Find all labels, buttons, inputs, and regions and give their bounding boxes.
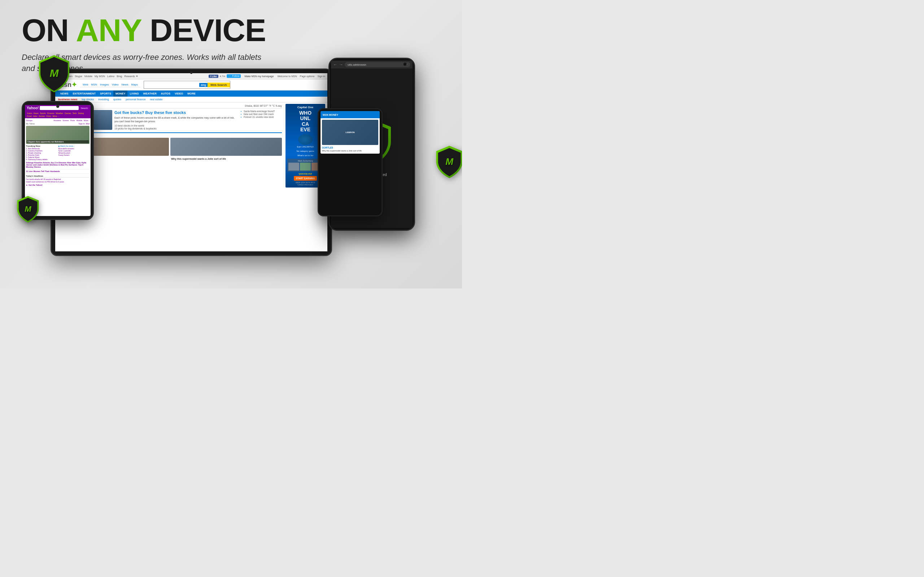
- phone-camera: [56, 105, 59, 108]
- sign-in[interactable]: Sign in: [318, 75, 325, 77]
- nav-mobile[interactable]: Mobile: [84, 75, 92, 78]
- today-headline-1[interactable]: Car bomb attacks kill 19 people in Baghd…: [26, 178, 89, 180]
- capital-one-logo: Capital One: [287, 106, 323, 109]
- yahoo-search-bar[interactable]: [40, 106, 79, 110]
- nav-tab-more[interactable]: MORE: [185, 90, 198, 97]
- bullet-item-2[interactable]: New suit filed over GM crash: [241, 113, 282, 115]
- yahoo-groups[interactable]: Groups: [26, 119, 52, 121]
- msn-nav-tabs: NEWS ENTERTAINMENT SPORTS MONEY LIVING W…: [55, 90, 327, 97]
- article-link-2[interactable]: 19 picks for big dividends & buybacks: [115, 127, 236, 130]
- bullet-item-3[interactable]: Forever 21 unveils new store: [241, 116, 282, 118]
- yahoo-sign-in[interactable]: Sign In: [79, 122, 85, 125]
- android-back-button[interactable]: ←: [333, 62, 338, 67]
- nav-rewards[interactable]: Rewards ✦: [124, 75, 138, 78]
- nav-tab-video[interactable]: VIDEO: [173, 90, 185, 97]
- sub-nav-personal-finance[interactable]: personal finance: [126, 98, 145, 101]
- sub-nav-top-stocks[interactable]: top stocks: [82, 98, 94, 101]
- nav-tab-money[interactable]: MONEY: [113, 90, 128, 97]
- trending-items: 1. New Bethesda 2. Carolina Panthers 3. …: [26, 148, 57, 161]
- yahoo-nav: Autos News Sports Finance Weather Games …: [25, 111, 90, 118]
- trending-other-4[interactable]: Casey Kasem: [58, 154, 90, 156]
- page-options[interactable]: Page options: [300, 75, 315, 77]
- yahoo-nav-sports[interactable]: Sports: [39, 112, 47, 115]
- news-headline-2[interactable]: 11 Lies Women Tell Their Husbands: [26, 170, 89, 172]
- yahoo-search-button[interactable]: Search: [80, 107, 89, 110]
- web-nav-web[interactable]: Web: [82, 83, 88, 86]
- yahoo-content: Groups Answers Screen Flickr Mobile More…: [25, 118, 90, 187]
- yahoo-nav-weather[interactable]: Weather: [55, 112, 64, 115]
- yahoo-mail[interactable]: Mail: [86, 122, 89, 125]
- yahoo-screen[interactable]: Screen: [63, 119, 69, 121]
- yahoo-answers[interactable]: Answers: [53, 119, 61, 121]
- sub-nav-real-estate[interactable]: real estate: [150, 98, 162, 101]
- sub-nav-quotes[interactable]: quotes: [113, 98, 122, 101]
- article-links: 10 best stocks in the world 19 picks for…: [115, 124, 236, 130]
- yahoo-nav-finance[interactable]: Finance: [47, 112, 55, 115]
- ent-article-img-2: [170, 138, 282, 156]
- nav-tab-weather[interactable]: WEATHER: [141, 90, 158, 97]
- bullet-item-1[interactable]: Santa Maria wreckage found?: [241, 110, 282, 113]
- get-yahoo-link[interactable]: ► Get the Yahoo!: [26, 184, 89, 186]
- trending-section: Trending Now 1. New Bethesda 2. Carolina…: [26, 145, 89, 161]
- nav-tab-living[interactable]: LIVING: [128, 90, 141, 97]
- browser-social: f Like 4.7m 🐦 Follow Make MSN my homepag…: [208, 74, 325, 78]
- my-yahoo-label[interactable]: My Yahoo: [26, 122, 78, 125]
- browser-toolbar: Outlook.com Skype Mobile My MSN Latino B…: [55, 73, 327, 79]
- article-headline[interactable]: Got five bucks? Buy these five stocks: [115, 110, 236, 115]
- tablet-camera: [190, 72, 192, 74]
- nav-skype[interactable]: Skype: [75, 75, 82, 78]
- sub-nav-business-news[interactable]: business news: [58, 98, 77, 101]
- yahoo-nav-tech[interactable]: Tech: [72, 112, 78, 115]
- today-headline-2[interactable]: Israeli court sentences ex-PM Olmert to …: [26, 181, 89, 183]
- msn-search-input[interactable]: [144, 82, 200, 87]
- todays-headlines-section: Today's Headlines Car bomb attacks kill …: [26, 175, 89, 183]
- yahoo-nav-screen[interactable]: Screen: [38, 115, 45, 118]
- yahoo-nav-more[interactable]: More →: [52, 115, 61, 118]
- bing-logo: bing: [199, 83, 208, 87]
- yahoo-flickr[interactable]: Flickr: [70, 119, 75, 121]
- yahoo-nav-food[interactable]: Food: [26, 115, 32, 118]
- news-headline-1[interactable]: Solange Knowles Attacks Jay Z in Elevato…: [26, 161, 89, 168]
- nav-mymsn[interactable]: My MSN: [95, 75, 105, 78]
- tablet-behind-img: LEBRON: [322, 120, 378, 145]
- android-camera: [403, 62, 407, 66]
- web-nav-video[interactable]: Video: [112, 83, 119, 86]
- tablet-behind-screen: MSN MONEY LEBRON GORTLE5 Why this superm…: [320, 111, 380, 154]
- make-homepage[interactable]: Make MSN my homepage: [244, 75, 274, 77]
- trending-6[interactable]: 6. Samsung Galaxy tablets: [26, 158, 57, 161]
- yahoo-top-bar: Groups Answers Screen Flickr Mobile More…: [26, 119, 89, 121]
- msn-content: May 13, 2014 at 5:23 PM Dhaka, BGD 38°/2…: [55, 102, 327, 248]
- yahoo-more-nav[interactable]: More ›: [84, 119, 89, 121]
- web-nav-msn[interactable]: MSN: [91, 83, 97, 86]
- web-search-button[interactable]: Web Search: [208, 82, 230, 87]
- web-nav-maps[interactable]: Maps: [131, 83, 137, 86]
- watch-show-link[interactable]: ▶ Watch the show ›: [58, 145, 90, 147]
- fb-like-btn[interactable]: f Like: [208, 75, 218, 78]
- headline-device: DEVICE: [150, 12, 266, 48]
- android-forward-button[interactable]: →: [339, 62, 343, 67]
- article-link-1[interactable]: 10 best stocks in the world: [115, 124, 236, 127]
- start-earning-btn[interactable]: START EARNING: [294, 176, 317, 181]
- yahoo-nav-games[interactable]: Games: [64, 112, 72, 115]
- yahoo-nav-news[interactable]: News: [33, 112, 39, 115]
- ent-article-headline-2[interactable]: Why this supermodel wants a Jolie sort o…: [170, 156, 282, 161]
- twitter-follow-btn[interactable]: 🐦 Follow: [227, 74, 241, 78]
- web-nav-news[interactable]: News: [122, 83, 129, 86]
- nav-tab-sports[interactable]: SPORTS: [98, 90, 113, 97]
- yahoo-nav-autos[interactable]: Autos: [26, 112, 33, 115]
- yahoo-mobile[interactable]: Mobile: [76, 119, 82, 121]
- nav-tab-autos[interactable]: AUTOS: [159, 90, 173, 97]
- nav-tab-entertainment[interactable]: ENTERTAINMENT: [71, 90, 98, 97]
- yahoo-nav-jobs[interactable]: Jobs: [32, 115, 38, 118]
- yahoo-nav-flickr[interactable]: Flickr: [46, 115, 52, 118]
- sub-nav-investing[interactable]: investing: [98, 98, 109, 101]
- shield-letter-phone: M: [24, 205, 31, 214]
- todays-headlines-label: Today's Headlines: [26, 175, 89, 177]
- android-url-bar[interactable]: utils.safebrowsin ⟳: [345, 62, 410, 67]
- web-nav-images[interactable]: Images: [100, 83, 109, 86]
- nav-latino[interactable]: Latino: [107, 75, 115, 78]
- yahoo-news-item-1: Solange Knowles Attacks Jay Z in Elevato…: [26, 161, 89, 169]
- nav-bing[interactable]: Bing: [116, 75, 122, 78]
- msn-search-web-nav: Web MSN Images Video News Maps: [80, 82, 141, 87]
- yahoo-nav-dating[interactable]: Dating: [77, 112, 84, 115]
